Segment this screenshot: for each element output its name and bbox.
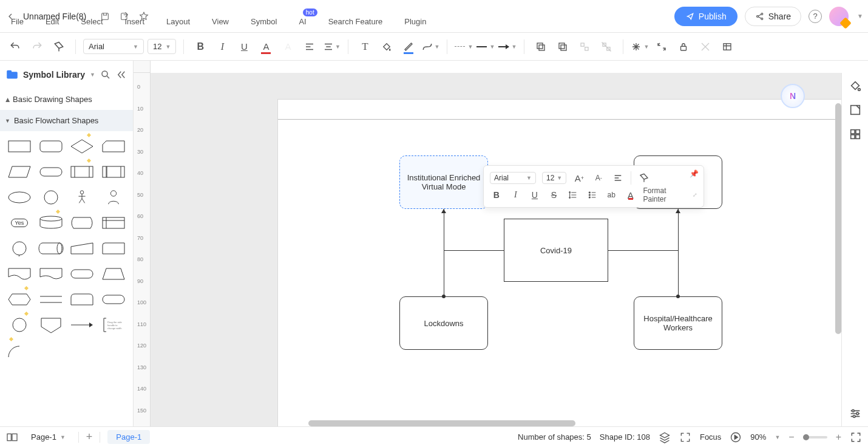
arrow-style-icon[interactable]: ▼ (498, 38, 517, 56)
menu-file[interactable]: File (11, 17, 24, 26)
search-icon[interactable] (100, 69, 111, 80)
shape-manual-input[interactable] (69, 238, 96, 259)
shape-trapezoid[interactable] (100, 264, 127, 284)
line-style-icon[interactable]: ▼ (455, 38, 473, 56)
settings-icon[interactable] (849, 407, 862, 420)
connector-icon[interactable]: ▼ (421, 38, 439, 56)
shape-actor[interactable] (69, 187, 96, 208)
lock-icon[interactable] (674, 38, 693, 56)
menu-layout[interactable]: Layout (166, 17, 190, 26)
shape-subprocess2[interactable] (100, 162, 127, 182)
undo-icon[interactable] (6, 38, 24, 56)
avatar-menu-caret[interactable]: ▼ (857, 13, 863, 19)
menu-select[interactable]: Select (81, 17, 103, 26)
shape-hexagon[interactable] (6, 289, 33, 310)
shape-card2[interactable] (100, 238, 127, 259)
properties-icon[interactable] (849, 103, 862, 117)
add-page-icon[interactable]: + (86, 431, 93, 443)
table-icon[interactable] (718, 38, 736, 56)
font-size-select[interactable]: 12▼ (147, 39, 176, 54)
share-button[interactable]: Share (745, 7, 801, 26)
shape-parallelogram[interactable] (6, 162, 33, 182)
italic-icon[interactable]: I (213, 38, 231, 56)
avatar[interactable] (829, 7, 849, 26)
zoom-caret[interactable]: ▼ (775, 434, 780, 440)
shape-circle2[interactable] (6, 315, 33, 335)
highlight-icon[interactable]: A (279, 38, 297, 56)
fill-icon[interactable] (378, 38, 396, 56)
fullscreen-icon[interactable] (850, 431, 862, 443)
publish-button[interactable]: Publish (674, 7, 737, 26)
help-icon[interactable]: ? (809, 10, 822, 23)
float-font-color-icon[interactable]: A (624, 188, 637, 202)
play-icon[interactable] (730, 431, 742, 443)
float-font-select[interactable]: Arial▼ (490, 172, 536, 184)
float-align-icon[interactable] (611, 171, 625, 185)
node-hospital[interactable]: Hospital/Healthcare Workers (634, 296, 722, 350)
scrollbar-horizontal[interactable] (308, 420, 575, 426)
float-italic-icon[interactable]: I (509, 188, 523, 202)
same-size-icon[interactable] (653, 38, 671, 56)
shape-arc[interactable] (6, 340, 33, 361)
menu-plugin[interactable]: Plugin (404, 17, 426, 26)
shape-user[interactable] (100, 187, 127, 208)
front-icon[interactable] (532, 38, 550, 56)
fit-icon[interactable] (679, 431, 691, 443)
library-caret[interactable]: ▼ (90, 72, 95, 78)
shape-direct-data[interactable] (38, 238, 64, 259)
shape-display[interactable] (69, 213, 96, 233)
page[interactable]: Institutional Enriched Virtual Mode Pers… (278, 100, 841, 426)
shape-stadium[interactable] (38, 162, 64, 182)
bold-icon[interactable]: B (191, 38, 209, 56)
node-institutional[interactable]: Institutional Enriched Virtual Mode (399, 155, 488, 209)
shape-document[interactable] (6, 264, 33, 284)
float-underline-icon[interactable]: U (528, 188, 541, 202)
shape-ellipse[interactable] (6, 187, 33, 208)
float-bullets-icon[interactable] (586, 188, 599, 202)
zoom-value[interactable]: 90% (750, 432, 766, 442)
float-strike-icon[interactable]: S (548, 188, 561, 202)
menu-symbol[interactable]: Symbol (251, 17, 277, 26)
scrollbar-vertical[interactable] (835, 103, 841, 334)
shape-diamond[interactable] (69, 136, 96, 157)
line-weight-icon[interactable]: ▼ (476, 38, 495, 56)
distribute-icon[interactable]: ▼ (631, 38, 649, 56)
text-tool-icon[interactable]: T (356, 38, 374, 56)
menu-insert[interactable]: Insert (125, 17, 145, 26)
align-h-icon[interactable] (300, 38, 319, 56)
collapse-sidebar-icon[interactable] (116, 69, 127, 80)
float-bold-icon[interactable]: B (490, 188, 503, 202)
page-tab[interactable]: Page-1 (107, 430, 150, 444)
shape-yes-pill[interactable]: Yes (6, 213, 33, 233)
page-dropdown[interactable]: Page-1▼ (25, 431, 71, 443)
float-case-icon[interactable]: ab (605, 188, 618, 202)
increase-font-icon[interactable]: A+ (572, 171, 586, 185)
zoom-out-icon[interactable]: − (788, 432, 794, 443)
category-basic-flowchart[interactable]: ▼Basic Flowchart Shapes (0, 110, 133, 131)
shape-rectangle[interactable] (6, 136, 33, 157)
ai-assistant-icon[interactable]: N (781, 84, 805, 108)
line-color-icon[interactable] (399, 38, 418, 56)
shape-rounded-rect[interactable] (38, 136, 64, 157)
menu-search-feature[interactable]: Search Feature (328, 17, 383, 26)
shape-document2[interactable] (38, 264, 64, 284)
float-size-select[interactable]: 12▼ (542, 172, 566, 184)
layers-icon[interactable] (659, 431, 671, 443)
shape-connector-circle[interactable] (6, 238, 33, 259)
group-icon[interactable] (575, 38, 594, 56)
menu-edit[interactable]: Edit (46, 17, 59, 26)
underline-icon[interactable]: U (235, 38, 253, 56)
zoom-in-icon[interactable]: + (836, 432, 841, 443)
float-line-spacing-icon[interactable] (566, 188, 580, 202)
zoom-slider[interactable] (803, 436, 827, 438)
back-icon[interactable] (554, 38, 572, 56)
floating-format-bar[interactable]: 📌 Arial▼ 12▼ A+ A- B I U S (483, 165, 704, 208)
shape-card[interactable] (100, 136, 127, 157)
canvas[interactable]: Institutional Enriched Virtual Mode Pers… (151, 73, 841, 426)
shape-parallel-lines[interactable] (38, 289, 64, 310)
menu-ai[interactable]: AIhot (299, 17, 306, 26)
font-select[interactable]: Arial▼ (83, 39, 144, 54)
tools-icon[interactable] (696, 38, 714, 56)
shape-subprocess[interactable] (69, 162, 96, 182)
apps-icon[interactable] (849, 128, 862, 141)
